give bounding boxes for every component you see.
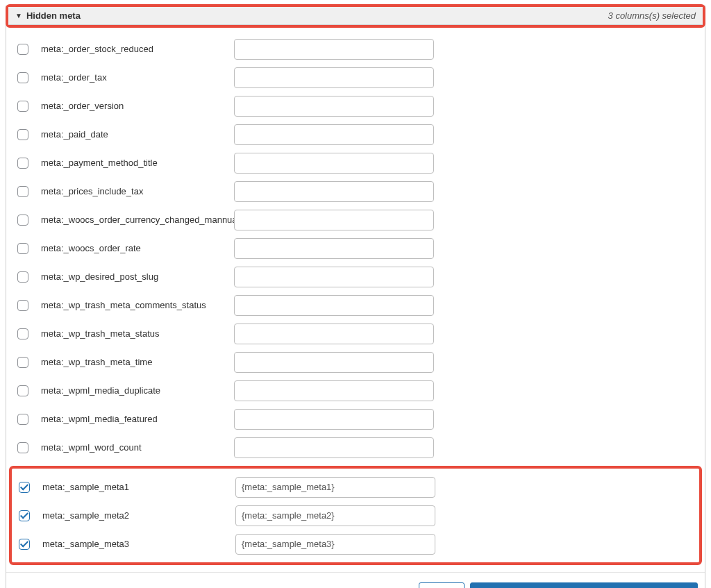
row-checkbox[interactable] <box>17 72 28 83</box>
meta-row: meta:_prices_include_tax <box>10 177 701 205</box>
meta-row: meta:_wp_desired_post_slug <box>10 262 701 291</box>
row-checkbox[interactable] <box>17 186 28 197</box>
meta-row: meta:_sample_meta1 <box>12 473 699 501</box>
row-label: meta:_order_version <box>41 101 234 111</box>
row-checkbox[interactable] <box>19 510 30 521</box>
row-value-input[interactable] <box>234 39 434 60</box>
row-value-input[interactable] <box>234 210 434 230</box>
meta-row: meta:_order_stock_reduced <box>10 35 701 63</box>
row-label: meta:_paid_date <box>41 129 234 140</box>
row-checkbox[interactable] <box>17 243 28 254</box>
row-value-input[interactable] <box>235 534 435 555</box>
row-checkbox[interactable] <box>17 328 28 339</box>
section-header[interactable]: ▼ Hidden meta 3 columns(s) selected <box>8 7 703 25</box>
row-value-input[interactable] <box>234 295 434 316</box>
meta-row: meta:_wp_trash_meta_status <box>10 319 701 348</box>
row-value-input[interactable] <box>234 324 434 344</box>
meta-row: meta:_wp_trash_meta_time <box>10 348 701 376</box>
row-value-input[interactable] <box>234 352 434 373</box>
hidden-meta-panel: ▼ Hidden meta 3 columns(s) selected meta… <box>6 6 705 588</box>
row-label: meta:_order_stock_reduced <box>41 44 234 54</box>
chevron-down-icon: ▼ <box>15 12 22 19</box>
row-checkbox[interactable] <box>17 101 28 112</box>
row-value-input[interactable] <box>235 477 435 498</box>
row-value-input[interactable] <box>234 380 434 401</box>
meta-row: meta:_wpml_word_count <box>10 433 701 462</box>
row-label: meta:_wpml_media_duplicate <box>41 385 234 396</box>
back-button[interactable]: ‹ Back <box>419 582 464 588</box>
row-label: meta:_wpml_word_count <box>41 442 234 453</box>
meta-row: meta:_wpml_media_duplicate <box>10 376 701 405</box>
row-checkbox[interactable] <box>17 129 28 140</box>
row-checkbox[interactable] <box>17 442 28 453</box>
meta-row: meta:_wpml_media_featured <box>10 405 701 433</box>
row-label: meta:_order_tax <box>41 72 234 83</box>
row-value-input[interactable] <box>234 437 434 458</box>
section-title-text: Hidden meta <box>26 10 81 21</box>
row-label: meta:_sample_meta1 <box>42 482 235 492</box>
row-value-input[interactable] <box>235 505 435 526</box>
columns-selected-text: 3 columns(s) selected <box>608 10 696 21</box>
meta-row: meta:_woocs_order_currency_changed_mannu… <box>10 205 701 234</box>
row-checkbox[interactable] <box>17 414 28 425</box>
row-label: meta:_wp_trash_meta_time <box>41 357 234 367</box>
row-label: meta:_wpml_media_featured <box>41 414 234 424</box>
row-label: meta:_woocs_order_rate <box>41 243 234 253</box>
row-value-input[interactable] <box>234 96 434 117</box>
row-label: meta:_payment_method_title <box>41 158 234 168</box>
row-checkbox[interactable] <box>19 539 30 550</box>
meta-row: meta:_paid_date <box>10 120 701 149</box>
section-header-highlight: ▼ Hidden meta 3 columns(s) selected <box>6 4 705 28</box>
row-checkbox[interactable] <box>17 44 28 55</box>
row-checkbox[interactable] <box>17 271 28 283</box>
row-value-input[interactable] <box>234 267 434 287</box>
footer-bar: ‹ Back Step 4: Advanced options/Batch im… <box>6 572 705 588</box>
meta-row: meta:_order_tax <box>10 63 701 92</box>
row-label: meta:_woocs_order_currency_changed_mannu… <box>41 215 234 225</box>
meta-row: meta:_payment_method_title <box>10 149 701 177</box>
row-checkbox[interactable] <box>17 385 28 396</box>
row-label: meta:_sample_meta2 <box>42 510 235 521</box>
meta-row: meta:_wp_trash_meta_comments_status <box>10 291 701 319</box>
meta-row: meta:_sample_meta3 <box>12 530 699 558</box>
meta-row: meta:_woocs_order_rate <box>10 234 701 262</box>
row-label: meta:_wp_trash_meta_comments_status <box>41 300 234 310</box>
highlighted-rows: meta:_sample_meta1meta:_sample_meta2meta… <box>9 466 702 565</box>
row-checkbox[interactable] <box>17 158 28 169</box>
row-label: meta:_wp_desired_post_slug <box>41 271 234 282</box>
row-value-input[interactable] <box>234 153 434 174</box>
row-checkbox[interactable] <box>19 482 30 493</box>
row-checkbox[interactable] <box>17 300 28 311</box>
meta-row: meta:_order_version <box>10 92 701 120</box>
row-label: meta:_prices_include_tax <box>41 186 234 196</box>
row-value-input[interactable] <box>234 67 434 88</box>
row-checkbox[interactable] <box>17 215 28 226</box>
row-value-input[interactable] <box>234 409 434 430</box>
row-value-input[interactable] <box>234 124 434 145</box>
row-label: meta:_sample_meta3 <box>42 539 235 549</box>
next-step-button[interactable]: Step 4: Advanced options/Batch import/Sc… <box>470 582 698 588</box>
meta-rows: meta:_order_stock_reducedmeta:_order_tax… <box>6 32 705 464</box>
row-value-input[interactable] <box>234 181 434 202</box>
row-value-input[interactable] <box>234 238 434 259</box>
row-checkbox[interactable] <box>17 357 28 368</box>
row-label: meta:_wp_trash_meta_status <box>41 328 234 339</box>
meta-row: meta:_sample_meta2 <box>12 501 699 530</box>
